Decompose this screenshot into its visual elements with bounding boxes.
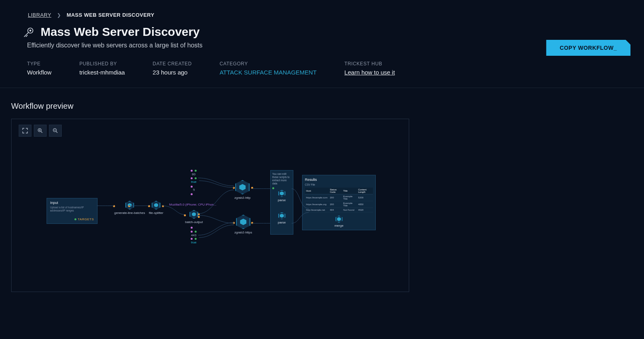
workflow-category-icon: [24, 27, 34, 37]
param-count: 5: [193, 188, 195, 192]
port-dot: [191, 231, 193, 233]
td-host: https://example.com: [305, 194, 329, 201]
input-card[interactable]: Input Upload a list of hostnames/IP addr…: [47, 198, 98, 224]
meta-date-label: DATE CREATED: [153, 61, 192, 67]
td-clen: 4850: [357, 201, 373, 208]
node-zgrab2-http[interactable]: zgrab2-http: [234, 180, 250, 200]
td-title: Example Title: [342, 201, 357, 208]
workflow-preview-title: Workflow preview: [11, 102, 633, 111]
node-label: zgrab2-https: [234, 231, 252, 234]
content-region: Workflow preview: [0, 88, 644, 306]
param-true-lower: true: [191, 241, 197, 244]
node-label: generate-line-batches: [114, 211, 145, 215]
fullscreen-icon: [22, 127, 28, 134]
port-dot: [233, 222, 235, 224]
param-port-http: 80: [192, 172, 195, 176]
table-row: http://example.net 404 Not Found 4520: [305, 208, 373, 212]
port-dot: [128, 205, 130, 207]
port-dot: [251, 187, 253, 189]
td-title: Example Title: [342, 194, 357, 201]
input-card-tag-text: TARGETS: [78, 218, 94, 221]
th-title: Title: [342, 188, 357, 194]
page-title: Mass Web Server Discovery: [41, 25, 200, 39]
td-status: 404: [329, 208, 342, 212]
title-row: Mass Web Server Discovery: [24, 25, 620, 39]
td-clen: 4520: [357, 208, 373, 212]
node-file-splitter[interactable]: file-splitter: [149, 201, 163, 215]
results-table: Host Status Code Title Content Length ht…: [305, 188, 373, 212]
meta-date: DATE CREATED 23 hours ago: [153, 61, 192, 76]
td-title: Not Found: [342, 208, 357, 212]
page-subtitle: Efficiently discover live web servers ac…: [27, 42, 620, 49]
hex-icon: [278, 212, 285, 219]
td-clen: 5200: [357, 194, 373, 201]
meta-published: PUBLISHED BY trickest-mhmdiaa: [79, 61, 125, 76]
td-host: https://example.org: [305, 201, 329, 208]
meta-category: CATEGORY ATTACK SURFACE MANAGEMENT: [220, 61, 317, 76]
node-generate-line-batches[interactable]: generate-line-batches: [114, 201, 145, 215]
parse-label-1: parse: [272, 198, 291, 202]
node-label: batch-output: [185, 220, 203, 224]
results-subtitle: CSV File: [305, 183, 373, 186]
meta-type-label: TYPE: [27, 61, 51, 67]
node-batch-output[interactable]: batch-output: [185, 210, 203, 224]
parse-note: You can edit these scripts to extract mo…: [272, 172, 291, 186]
zoom-out-button[interactable]: [49, 125, 62, 137]
parse-card[interactable]: You can edit these scripts to extract mo…: [270, 170, 293, 235]
input-card-title: Input: [50, 201, 94, 205]
results-card[interactable]: Results CSV File Host Status Code Title …: [302, 175, 376, 230]
param-user-agent: Mozilla/5.0 (iPhone; CPU iPhon...: [169, 203, 217, 206]
hex-icon: [235, 180, 250, 194]
port-dot: [191, 227, 193, 229]
input-card-tag: TARGETS: [50, 218, 94, 221]
port-dot: [191, 193, 193, 195]
td-status: 200: [329, 194, 342, 201]
table-row: https://example.org 200 Example Title 48…: [305, 201, 373, 208]
workflow-canvas-frame: Input Upload a list of hostnames/IP addr…: [11, 119, 409, 292]
meta-hub-link[interactable]: Learn how to use it: [344, 69, 395, 76]
fullscreen-button[interactable]: [19, 125, 31, 137]
meta-row: TYPE Workflow PUBLISHED BY trickest-mhmd…: [27, 61, 620, 76]
port-dot: [195, 238, 197, 240]
port-dot: [198, 213, 200, 215]
copy-workflow-button[interactable]: COPY WORKFLOW_: [546, 40, 630, 56]
merge-label: merge: [305, 224, 373, 227]
td-status: 200: [329, 201, 342, 208]
meta-hub-label: TRICKEST HUB: [344, 61, 395, 67]
meta-category-link[interactable]: ATTACK SURFACE MANAGEMENT: [220, 69, 317, 76]
breadcrumb-current: MASS WEB SERVER DISCOVERY: [66, 12, 154, 18]
node-zgrab2-https[interactable]: zgrab2-https: [234, 215, 252, 234]
zoom-out-icon: [52, 127, 59, 134]
port-dot: [162, 205, 164, 207]
port-dot: [191, 238, 193, 240]
hex-icon: [336, 216, 343, 223]
param-true-upper: true: [191, 180, 197, 184]
hex-icon: [189, 210, 198, 219]
zoom-in-button[interactable]: [34, 125, 47, 137]
hex-icon: [278, 190, 285, 197]
th-clen: Content Length: [357, 188, 373, 194]
header-region: LIBRARY ❯ MASS WEB SERVER DISCOVERY Mass…: [0, 0, 644, 88]
td-host: http://example.net: [305, 208, 329, 212]
port-dot: [191, 177, 193, 179]
port-dot: [195, 177, 197, 179]
meta-published-value: trickest-mhmdiaa: [79, 69, 125, 76]
param-port-https: 443: [191, 233, 196, 237]
meta-published-label: PUBLISHED BY: [79, 61, 125, 67]
port-dot: [198, 216, 200, 218]
meta-type-value: Workflow: [27, 69, 51, 76]
breadcrumb-library-link[interactable]: LIBRARY: [28, 12, 51, 18]
port-dot: [184, 214, 186, 216]
port-dot: [195, 170, 197, 172]
parse-label-2: parse: [272, 221, 291, 224]
port-dot: [233, 187, 235, 189]
port-dot: [191, 186, 193, 188]
port-dot: [251, 222, 253, 224]
results-title: Results: [305, 178, 373, 182]
port-dot: [148, 205, 150, 207]
zoom-in-icon: [37, 127, 43, 134]
port-dot: [191, 170, 193, 172]
th-host: Host: [305, 188, 329, 194]
workflow-canvas[interactable]: Input Upload a list of hostnames/IP addr…: [12, 119, 409, 292]
table-row: https://example.com 200 Example Title 52…: [305, 194, 373, 201]
